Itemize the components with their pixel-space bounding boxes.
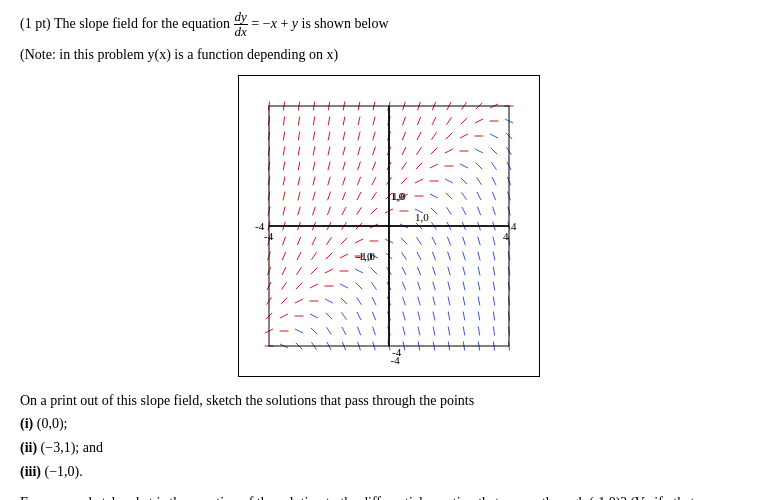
equation-fraction: dy dx = −x + y xyxy=(234,16,302,31)
description-suffix: is shown below xyxy=(302,16,389,31)
verify-question: From your sketch, what is the equation o… xyxy=(20,492,757,500)
print-instruction: On a print out of this slope field, sket… xyxy=(20,389,757,413)
part-iii: (iii) (−1,0). xyxy=(20,460,757,484)
dy-dx-fraction: dy dx xyxy=(234,10,248,40)
points-label: (1 pt) xyxy=(20,16,51,31)
description-prefix: The slope field for the equation xyxy=(54,16,230,31)
problem-verify: From your sketch, what is the equation o… xyxy=(20,492,757,500)
slope-field-canvas xyxy=(238,75,540,377)
problem-note: (Note: in this problem y(x) is a functio… xyxy=(20,44,757,65)
part-ii: (ii) (−3,1); and xyxy=(20,436,757,460)
part-i: (i) (0,0); xyxy=(20,412,757,436)
slope-field-container xyxy=(20,75,757,377)
problem-header: (1 pt) The slope field for the equation … xyxy=(20,10,757,40)
problem-points: On a print out of this slope field, sket… xyxy=(20,389,757,484)
